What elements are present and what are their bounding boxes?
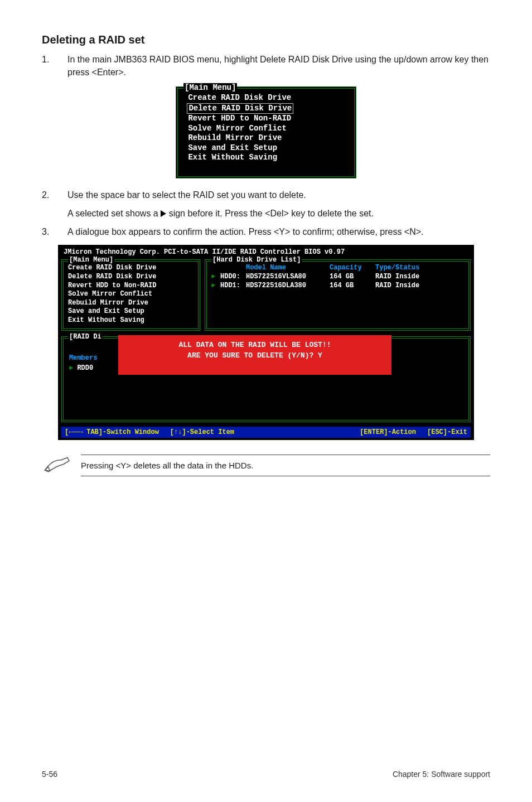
menu-item: Create RAID Disk Drive (183, 93, 349, 103)
hdl-model: HDS722516DLA380 (246, 282, 330, 291)
step-2-number: 2. (42, 189, 52, 201)
hdl-row: ► HDD0: HDS722516VLSA80 164 GB RAID Insi… (211, 273, 464, 282)
raid-disk-panel: [RAID Di Members ► RDD0 ALL DATA ON THE … (61, 336, 471, 422)
menu-item-selected: Delete RAID Disk Drive (183, 103, 349, 114)
hdl-row: ► HDD1: HDS722516DLA380 164 GB RAID Insi… (211, 282, 464, 291)
step-1: 1. In the main JMB363 RAID BIOS menu, hi… (42, 53, 490, 79)
bios-menu-item: Save and Exit Setup (68, 307, 194, 316)
main-menu-terminal: [Main Menu] Create RAID Disk Drive Delet… (176, 86, 356, 178)
hdl-capacity: 164 GB (330, 282, 375, 291)
hdl-header-capacity: Capacity (330, 264, 375, 273)
triangle-icon (161, 210, 166, 217)
hdl-model: HDS722516VLSA80 (246, 273, 330, 282)
triangle-icon: ► (211, 282, 220, 291)
section-heading: Deleting a RAID set (42, 33, 490, 46)
hard-disk-list-panel: [Hard Disk Drive List] Model Name Capaci… (205, 259, 471, 330)
note-box: Pressing <Y> deletes all the data in the… (42, 455, 490, 476)
menu-item: Save and Exit Setup (183, 143, 349, 153)
note-text: Pressing <Y> deletes all the data in the… (81, 455, 490, 476)
step-3: 3. A dialogue box appears to confirm the… (42, 225, 490, 238)
confirm-delete-dialog: ALL DATA ON THE RAID WILL BE LOST!! ARE … (118, 335, 391, 375)
hdl-header-type: Type/Status (375, 264, 464, 273)
step-1-text: In the main JMB363 RAID BIOS menu, highl… (67, 53, 490, 79)
footer-page-number: 5-56 (42, 770, 57, 779)
confirm-line-2: ARE YOU SURE TO DELETE (Y/N)? Y (124, 350, 386, 361)
menu-item: Rebuild Mirror Drive (183, 133, 349, 143)
hard-disk-list-legend: [Hard Disk Drive List] (211, 256, 302, 264)
triangle-icon: ► (69, 364, 73, 372)
step-2-text: Use the space bar to select the RAID set… (67, 189, 490, 201)
hdl-slot: HDD1: (220, 282, 246, 291)
bios-menu-item: Delete RAID Disk Drive (68, 273, 194, 282)
bios-main-menu-panel: [Main Menu] Create RAID Disk Drive Delet… (61, 259, 200, 330)
main-menu-legend: [Main Menu] (183, 83, 237, 92)
hdl-type: RAID Inside (375, 282, 464, 291)
hdl-capacity: 164 GB (330, 273, 375, 282)
bios-menu-item: Solve Mirror Conflict (68, 290, 194, 299)
hdl-type: RAID Inside (375, 273, 464, 282)
step-2-sub: A selected set shows a sign before it. P… (67, 207, 490, 220)
bios-menu-item: Revert HDD to Non-RAID (68, 282, 194, 291)
page-footer: 5-56 Chapter 5: Software support (42, 770, 490, 779)
bios-main-menu-legend: [Main Menu] (68, 256, 114, 264)
note-pencil-icon (42, 455, 73, 476)
bios-menu-item: Create RAID Disk Drive (68, 264, 194, 273)
bios-menu-item: Exit Without Saving (68, 316, 194, 325)
key-esc-exit: [ESC]-Exit (427, 428, 467, 436)
hdl-slot: HDD0: (220, 273, 246, 282)
bios-menu-item: Rebuild Mirror Drive (68, 299, 194, 308)
key-enter-action: [ENTER]-Action (360, 428, 416, 436)
key-switch-window: [←──→ TAB]-Switch Window (65, 428, 159, 436)
menu-item: Solve Mirror Conflict (183, 124, 349, 134)
key-help-bar: [←──→ TAB]-Switch Window [↑↓]-Select Ite… (61, 427, 471, 438)
confirm-line-1: ALL DATA ON THE RAID WILL BE LOST!! (124, 340, 386, 351)
bios-screen: JMicron Technology Corp. PCI-to-SATA II/… (58, 245, 474, 439)
key-select-item: [↑↓]-Select Item (170, 428, 234, 436)
step-3-text: A dialogue box appears to confirm the ac… (67, 225, 490, 238)
footer-chapter: Chapter 5: Software support (393, 770, 490, 779)
step-1-number: 1. (42, 53, 52, 79)
menu-item: Exit Without Saving (183, 153, 349, 163)
hdl-header-row: Model Name Capacity Type/Status (211, 264, 464, 273)
triangle-icon: ► (211, 273, 220, 282)
menu-item: Revert HDD to Non-RAID (183, 114, 349, 124)
step-2: 2. Use the space bar to select the RAID … (42, 189, 490, 201)
hdl-header-model: Model Name (246, 264, 330, 273)
raid-disk-legend: [RAID Di (68, 333, 103, 341)
step-3-number: 3. (42, 225, 52, 238)
